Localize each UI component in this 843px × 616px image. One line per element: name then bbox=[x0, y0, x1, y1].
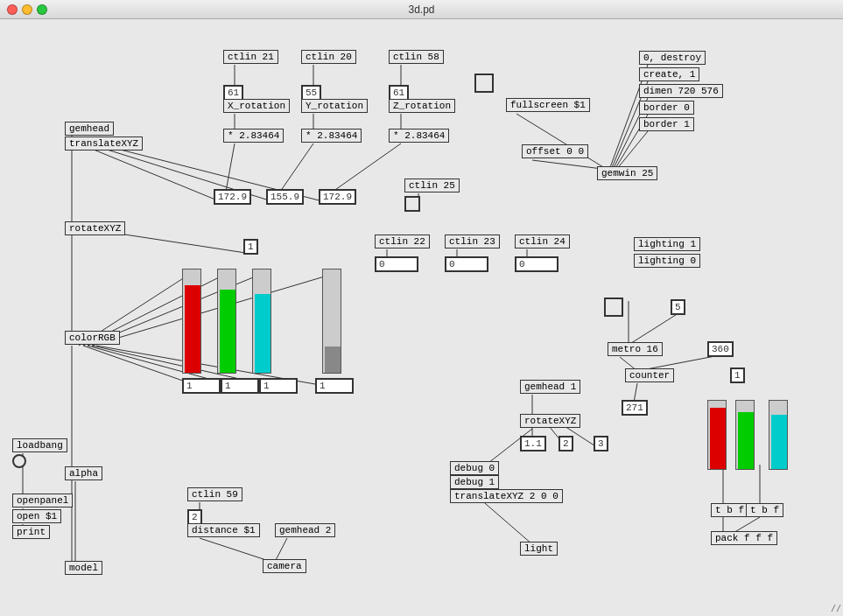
node-rotatexyz-2[interactable]: rotateXYZ bbox=[520, 414, 580, 428]
svg-line-53 bbox=[275, 538, 287, 562]
node-xrot[interactable]: X_rotation bbox=[223, 99, 290, 113]
node-vslider-red[interactable] bbox=[182, 269, 201, 376]
traffic-lights bbox=[7, 4, 47, 15]
node-mul2[interactable]: * 2.83464 bbox=[301, 129, 362, 143]
node-vslider-cyan[interactable] bbox=[252, 269, 271, 376]
node-ctlin58[interactable]: ctlin 58 bbox=[389, 50, 444, 64]
node-num172-1[interactable]: 172.9 bbox=[214, 189, 251, 205]
node-hslider-b[interactable]: 1 bbox=[259, 378, 298, 394]
node-ctlin20[interactable]: ctlin 20 bbox=[301, 50, 356, 64]
window-title: 3d.pd bbox=[408, 4, 434, 16]
node-print[interactable]: print bbox=[12, 525, 50, 539]
svg-line-24 bbox=[616, 131, 648, 170]
node-bang[interactable] bbox=[12, 454, 26, 471]
node-offset[interactable]: offset 0 0 bbox=[522, 144, 588, 158]
minimize-button[interactable] bbox=[22, 4, 32, 15]
node-num3[interactable]: 3 bbox=[594, 436, 608, 452]
node-square-top[interactable] bbox=[474, 74, 494, 93]
node-lighting0[interactable]: lighting 0 bbox=[634, 254, 700, 268]
node-num5[interactable]: 5 bbox=[671, 299, 685, 315]
node-light[interactable]: light bbox=[520, 542, 558, 556]
node-vslider-gray[interactable] bbox=[322, 269, 341, 376]
node-mul3[interactable]: * 2.83464 bbox=[389, 129, 449, 143]
node-tbf1[interactable]: t b f bbox=[711, 503, 748, 517]
node-ctlin21[interactable]: ctlin 21 bbox=[223, 50, 278, 64]
node-translatexyz[interactable]: translateXYZ bbox=[65, 136, 143, 150]
node-vslider-red-r[interactable] bbox=[707, 400, 727, 472]
node-tbf2[interactable]: t b f bbox=[746, 503, 783, 517]
node-distance[interactable]: distance $1 bbox=[187, 523, 260, 537]
node-lighting1[interactable]: lighting 1 bbox=[634, 237, 700, 251]
node-translatexyz2[interactable]: translateXYZ 2 0 0 bbox=[450, 489, 563, 503]
svg-line-25 bbox=[516, 114, 608, 170]
node-zrot[interactable]: Z_rotation bbox=[389, 99, 455, 113]
node-border1[interactable]: border 1 bbox=[639, 117, 694, 131]
node-metro[interactable]: metro 16 bbox=[608, 342, 663, 356]
node-num2[interactable]: 2 bbox=[558, 436, 573, 452]
node-rotatexyz-1[interactable]: rotateXYZ bbox=[65, 221, 125, 235]
node-vslider-green-r[interactable] bbox=[735, 400, 755, 472]
node-toggle1[interactable] bbox=[404, 196, 420, 214]
node-mul1[interactable]: * 2.83464 bbox=[223, 129, 284, 143]
node-hslider-0-3[interactable]: 0 bbox=[515, 256, 558, 272]
node-colorrgb[interactable]: colorRGB bbox=[65, 331, 120, 345]
svg-line-11 bbox=[280, 144, 313, 192]
node-model[interactable]: model bbox=[65, 561, 102, 575]
node-ctlin25[interactable]: ctlin 25 bbox=[404, 178, 460, 192]
svg-line-56 bbox=[629, 313, 678, 345]
node-num1-r[interactable]: 1 bbox=[730, 368, 745, 383]
node-packfff[interactable]: pack f f f bbox=[711, 531, 777, 545]
node-counter[interactable]: counter bbox=[625, 368, 674, 382]
scroll-indicator: // bbox=[831, 605, 841, 614]
svg-line-57 bbox=[83, 346, 193, 384]
node-ctlin59[interactable]: ctlin 59 bbox=[187, 487, 242, 501]
node-gemwin[interactable]: gemwin 25 bbox=[597, 166, 657, 180]
node-ctlin22[interactable]: ctlin 22 bbox=[375, 234, 430, 248]
node-hslider-0-2[interactable]: 0 bbox=[445, 256, 488, 272]
node-alpha[interactable]: alpha bbox=[65, 466, 102, 480]
svg-line-15 bbox=[333, 144, 401, 192]
node-num271[interactable]: 271 bbox=[622, 400, 648, 416]
svg-line-7 bbox=[226, 144, 235, 192]
node-hslider-0-1[interactable]: 0 bbox=[375, 256, 418, 272]
node-num360[interactable]: 360 bbox=[707, 341, 734, 357]
svg-line-16 bbox=[79, 144, 226, 204]
node-debug0[interactable]: debug 0 bbox=[450, 461, 499, 475]
node-hslider-r[interactable]: 1 bbox=[182, 378, 221, 394]
title-bar: 3d.pd bbox=[0, 0, 843, 19]
node-loadbang[interactable]: loadbang bbox=[12, 438, 67, 452]
node-open[interactable]: open $1 bbox=[12, 509, 61, 523]
pd-canvas: 0, destroy create, 1 dimen 720 576 borde… bbox=[0, 19, 843, 616]
node-gemhead2[interactable]: gemhead 2 bbox=[275, 523, 335, 537]
node-openpanel[interactable]: openpanel bbox=[12, 494, 73, 508]
node-yrot[interactable]: Y_rotation bbox=[301, 99, 368, 113]
node-vslider-green[interactable] bbox=[217, 269, 236, 376]
node-num155[interactable]: 155.9 bbox=[266, 189, 304, 205]
node-num1[interactable]: 1 bbox=[243, 239, 258, 255]
node-vslider-cyan-r[interactable] bbox=[769, 400, 788, 472]
node-ctlin24[interactable]: ctlin 24 bbox=[515, 234, 570, 248]
svg-line-54 bbox=[200, 538, 271, 562]
node-square-gemwin[interactable] bbox=[604, 298, 623, 317]
node-create[interactable]: create, 1 bbox=[639, 67, 699, 81]
node-dimen[interactable]: dimen 720 576 bbox=[639, 84, 723, 98]
node-debug1[interactable]: debug 1 bbox=[450, 475, 499, 489]
close-button[interactable] bbox=[7, 4, 18, 15]
node-gemhead[interactable]: gemhead bbox=[65, 122, 114, 136]
node-fullscreen[interactable]: fullscreen $1 bbox=[506, 98, 590, 112]
node-destroy[interactable]: 0, destroy bbox=[639, 51, 706, 65]
node-gemhead1[interactable]: gemhead 1 bbox=[520, 380, 580, 394]
node-num11[interactable]: 1.1 bbox=[520, 436, 546, 452]
node-camera[interactable]: camera bbox=[263, 559, 306, 573]
node-hslider-a[interactable]: 1 bbox=[315, 378, 354, 394]
node-hslider-g[interactable]: 1 bbox=[221, 378, 259, 394]
node-ctlin23[interactable]: ctlin 23 bbox=[445, 234, 500, 248]
node-num172-2[interactable]: 172.9 bbox=[319, 189, 356, 205]
node-border0[interactable]: border 0 bbox=[639, 101, 694, 115]
maximize-button[interactable] bbox=[37, 4, 47, 15]
svg-line-30 bbox=[92, 276, 327, 346]
